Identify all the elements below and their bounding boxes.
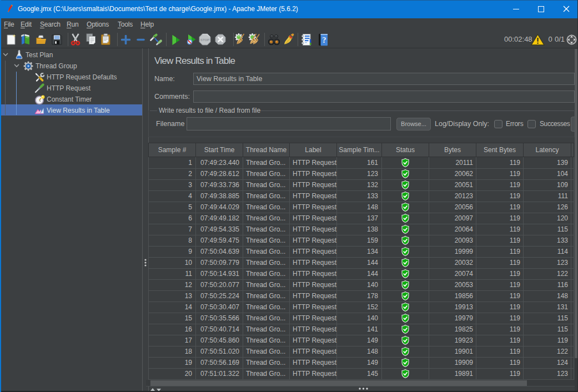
svg-text:STOP: STOP [200, 38, 209, 42]
svg-text:?: ? [322, 36, 326, 44]
